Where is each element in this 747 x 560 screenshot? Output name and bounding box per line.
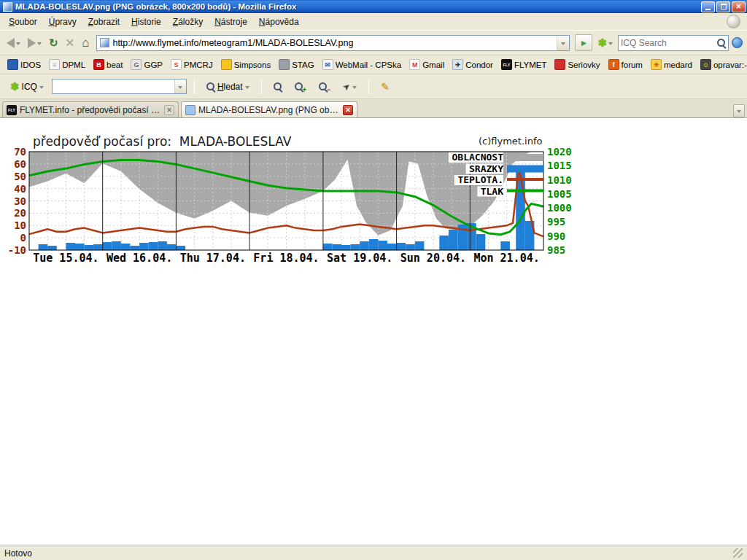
- bookmark-favicon-flymet: FLY: [501, 59, 512, 70]
- icq-menu-button[interactable]: ✽ ICQ: [6, 78, 48, 96]
- icq-combo-dropdown[interactable]: [174, 79, 186, 93]
- bookmark-webmail-cpska[interactable]: ✉WebMail - CPSka: [320, 58, 405, 71]
- home-button[interactable]: ⌂: [80, 35, 91, 50]
- meteogram-title: předpověď počasí pro: MLADA-BOLESLAV: [33, 134, 292, 149]
- chevron-down-icon: [178, 86, 182, 89]
- menu-zobrazit[interactable]: Zobrazit: [82, 15, 125, 29]
- bookmark-label: medard: [664, 61, 692, 69]
- menu-upravy[interactable]: Úpravy: [43, 15, 82, 29]
- menu-napoveda[interactable]: Nápověda: [253, 15, 305, 29]
- url-history-dropdown[interactable]: [557, 36, 569, 50]
- stop-button[interactable]: ✕: [63, 36, 77, 50]
- bookmark-beat[interactable]: Bbeat: [90, 58, 125, 71]
- bookmark-flymet[interactable]: FLYFLYMET: [498, 58, 550, 71]
- precipitation-bar: [397, 243, 406, 250]
- zoom-out-icon: [319, 82, 328, 91]
- icq-status-icon[interactable]: [732, 37, 743, 48]
- go-button[interactable]: ►: [575, 34, 592, 51]
- bookmark-dpml[interactable]: ≡DPML: [46, 58, 88, 71]
- resize-grip[interactable]: [733, 548, 743, 558]
- menu-soubor[interactable]: Soubor: [3, 15, 43, 29]
- precipitation-bar: [139, 243, 149, 250]
- bookmark-pmcrj[interactable]: SPMCRJ: [168, 58, 216, 71]
- reload-button[interactable]: ↻: [47, 36, 61, 50]
- bookmark-idos[interactable]: IDOS: [4, 58, 44, 71]
- precipitation-bar: [103, 242, 112, 250]
- right-axis-tick: 985: [547, 244, 565, 256]
- bookmark-favicon-webmail-cpska: ✉: [322, 59, 333, 70]
- precipitation-bar: [360, 241, 369, 250]
- bookmark-label: DPML: [62, 61, 85, 69]
- back-button[interactable]: [4, 36, 23, 50]
- precipitation-bar: [158, 241, 167, 250]
- tab-1[interactable]: FLYFLYMET.info - předpovědi počasí pro p…: [2, 101, 179, 117]
- tab-2[interactable]: MLADA-BOLESLAV.png (PNG obrá...✕: [181, 101, 357, 117]
- bookmark-condor[interactable]: ✈Condor: [449, 58, 496, 71]
- left-axis-tick: -10: [8, 244, 26, 256]
- bookmark-forum[interactable]: fforum: [605, 58, 646, 71]
- minimize-button[interactable]: [701, 1, 715, 12]
- zoom-button[interactable]: [269, 80, 287, 93]
- legend-swatch: [507, 190, 543, 192]
- tab-close-button[interactable]: ✕: [164, 105, 174, 115]
- search-input[interactable]: [621, 36, 715, 50]
- cursor-icon: ➤: [341, 80, 353, 93]
- bookmark-favicon-condor: ✈: [452, 59, 463, 70]
- left-axis-tick: 60: [14, 158, 26, 170]
- search-icon[interactable]: [717, 39, 726, 47]
- bookmark-favicon-gmail: M: [409, 59, 420, 70]
- bookmark-label: opravar:-): [713, 61, 747, 69]
- precipitation-bar: [476, 234, 486, 250]
- maximize-button[interactable]: [716, 1, 730, 12]
- legend-label: TLAK: [481, 186, 503, 197]
- bookmark-medard[interactable]: ☀medard: [648, 58, 695, 71]
- bookmark-gmail[interactable]: MGmail: [406, 58, 447, 71]
- icq-search-engine-button[interactable]: ✽: [595, 35, 615, 51]
- highlighter-button[interactable]: ✎: [376, 79, 394, 95]
- menu-zalozky[interactable]: Záložky: [167, 15, 209, 29]
- meteogram-image: OBLACNOSTSRAZKYTEPLOTA.TLAK7060504030201…: [6, 128, 589, 274]
- bookmark-label: STAG: [292, 61, 314, 69]
- bookmark-opravar[interactable]: ☺opravar:-): [697, 58, 747, 71]
- address-bar[interactable]: [96, 35, 570, 51]
- right-axis-tick: 1000: [547, 202, 572, 214]
- bookmark-label: IDOS: [20, 61, 41, 69]
- tab-close-button[interactable]: ✕: [343, 105, 353, 115]
- status-text: Hotovo: [4, 548, 32, 559]
- throbber-icon[interactable]: [727, 15, 740, 28]
- hledat-label: Hledat: [217, 82, 243, 92]
- precipitation-bar: [323, 244, 333, 250]
- icq-search-field[interactable]: [53, 80, 174, 93]
- bookmark-favicon-pmcrj: S: [171, 59, 182, 70]
- select-tool-button[interactable]: ➤: [338, 79, 361, 94]
- bookmark-favicon-simpsons: [221, 59, 232, 70]
- bookmark-favicon-idos: [7, 59, 18, 70]
- bookmark-ggp[interactable]: GGGP: [128, 58, 166, 71]
- right-axis-tick: 1005: [547, 188, 572, 200]
- bookmark-stag[interactable]: STAG: [276, 58, 317, 71]
- bookmark-favicon-seriovky: [554, 59, 565, 70]
- bookmark-simpsons[interactable]: Simpsons: [218, 58, 274, 71]
- page-favicon: [100, 38, 109, 47]
- menu-historie[interactable]: Historie: [125, 15, 167, 29]
- icq-search-combobox[interactable]: [52, 79, 187, 94]
- close-button[interactable]: ✕: [732, 1, 746, 12]
- precipitation-bar: [93, 244, 103, 250]
- forward-dropdown-icon: [37, 42, 42, 45]
- zoom-out-button[interactable]: −: [314, 78, 335, 96]
- list-all-tabs-button[interactable]: [733, 104, 745, 117]
- icq-flower-icon: ✽: [10, 80, 20, 93]
- forward-button[interactable]: [26, 36, 44, 50]
- url-input[interactable]: [112, 36, 557, 50]
- legend-swatch: [507, 154, 543, 161]
- bookmark-seriovky[interactable]: Seriovky: [551, 58, 603, 71]
- window-controls: ✕: [701, 1, 746, 12]
- bookmark-label: WebMail - CPSka: [336, 61, 402, 69]
- menu-nastroje[interactable]: Nástroje: [209, 15, 253, 29]
- hledat-search-button[interactable]: Hledat: [202, 79, 254, 94]
- bookmark-label: Seriovky: [568, 61, 600, 69]
- zoom-in-button[interactable]: +: [290, 78, 311, 96]
- icq-flower-icon: ✽: [597, 36, 607, 50]
- web-search-box[interactable]: [618, 35, 729, 51]
- precipitation-bar: [112, 241, 121, 250]
